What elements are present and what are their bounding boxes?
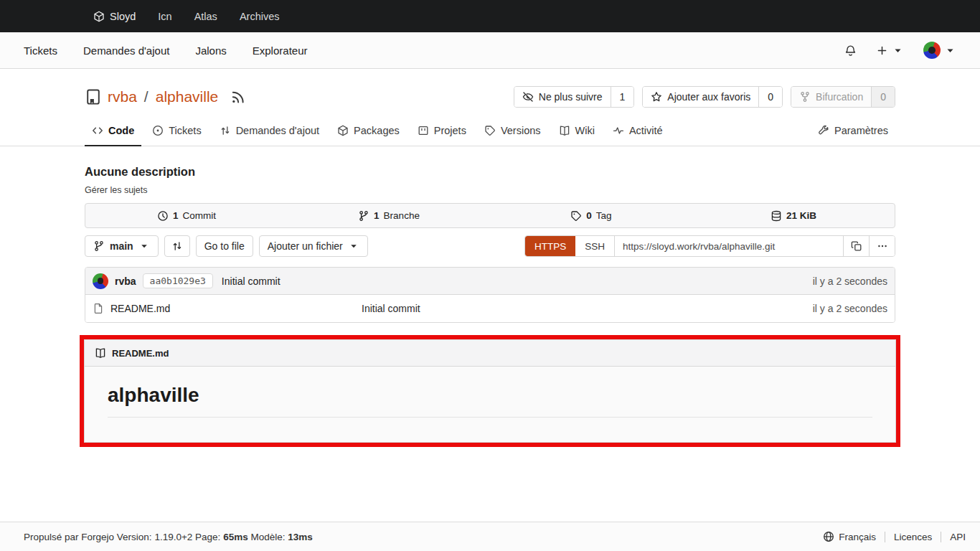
compare-button[interactable] — [164, 235, 190, 257]
watchers-count[interactable]: 1 — [611, 87, 634, 107]
tab-pulls[interactable]: Demandes d'ajout — [212, 118, 326, 146]
meta-nav-item-archives[interactable]: Archives — [240, 11, 280, 22]
clone-url-input[interactable] — [615, 236, 843, 256]
package-logo-icon — [93, 11, 105, 22]
clone-url-bar: HTTPS SSH — [524, 235, 895, 257]
tab-projects[interactable]: Projets — [410, 118, 473, 146]
template-render-time: 13ms — [288, 532, 313, 542]
star-button[interactable]: Ajouter aux favoris — [643, 87, 758, 107]
code-toolbar: main Go to file Ajouter un fichier HTTPS… — [85, 235, 895, 257]
branch-icon — [358, 210, 369, 222]
issue-icon — [152, 125, 164, 136]
chevron-down-icon — [944, 44, 956, 57]
repo-home: Aucune description Gérer les sujets 1Com… — [85, 146, 895, 447]
nav-item-pulls[interactable]: Demandes d'ajout — [83, 44, 169, 57]
unwatch-button[interactable]: Ne plus suivre — [514, 87, 611, 107]
nav-item-explore[interactable]: Explorateur — [253, 44, 308, 57]
fork-icon — [799, 91, 811, 103]
eye-off-icon — [522, 91, 534, 103]
commit-author[interactable]: rvba — [115, 276, 136, 287]
branch-selector-button[interactable]: main — [85, 235, 159, 257]
powered-by-text: Propulsé par Forgejo Version: 1.19.0+2 P… — [24, 532, 313, 542]
top-navbar: Tickets Demandes d'ajout Jalons Explorat… — [0, 32, 980, 69]
file-icon — [93, 303, 104, 314]
copy-icon — [851, 240, 862, 252]
latest-commit-row: rvba aa0b1029e3 Initial commit il y a 2 … — [85, 268, 895, 295]
repo-size-stat[interactable]: 21 KiB — [692, 210, 895, 222]
tab-issues[interactable]: Tickets — [145, 118, 208, 146]
tags-stat[interactable]: 0Tag — [490, 210, 692, 222]
tab-activity[interactable]: Activité — [606, 118, 670, 146]
repo-header: rvba / alphaville Ne plus suivre 1 — [0, 69, 980, 146]
nav-item-milestones[interactable]: Jalons — [195, 44, 226, 57]
more-options-button[interactable] — [869, 236, 895, 256]
repo-owner-link[interactable]: rvba — [108, 88, 137, 105]
tab-releases[interactable]: Versions — [477, 118, 548, 146]
copy-url-button[interactable] — [843, 236, 869, 256]
file-table: rvba aa0b1029e3 Initial commit il y a 2 … — [85, 267, 895, 323]
tab-packages[interactable]: Packages — [330, 118, 407, 146]
repo-name-link[interactable]: alphaville — [156, 88, 219, 105]
repo-tab-bar: Code Tickets Demandes d'ajout Packages — [85, 118, 895, 146]
tag-icon — [484, 125, 496, 136]
repo-actions: Ne plus suivre 1 Ajouter aux favoris 0 — [514, 86, 895, 108]
readme-header: README.md — [85, 340, 895, 367]
readme-heading: alphaville — [108, 384, 872, 418]
notifications-button[interactable] — [844, 44, 857, 57]
tab-settings[interactable]: Paramètres — [811, 118, 895, 146]
clone-https-button[interactable]: HTTPS — [525, 236, 575, 256]
commits-stat[interactable]: 1Commit — [85, 210, 288, 222]
meta-nav-item-atlas[interactable]: Atlas — [194, 11, 217, 22]
commit-author-avatar[interactable] — [93, 273, 108, 289]
code-icon — [92, 125, 103, 136]
file-link[interactable]: README.md — [93, 303, 362, 314]
tab-wiki[interactable]: Wiki — [552, 118, 602, 146]
pulse-icon — [613, 125, 624, 136]
branches-stat[interactable]: 1Branche — [288, 210, 490, 222]
add-file-button[interactable]: Ajouter un fichier — [259, 235, 368, 257]
clone-ssh-button[interactable]: SSH — [575, 236, 615, 256]
file-commit-time: il y a 2 secondes — [813, 303, 887, 314]
star-icon — [651, 91, 662, 103]
meta-nav-item-icn[interactable]: Icn — [158, 11, 171, 22]
project-icon — [418, 125, 429, 136]
repo-separator: / — [144, 88, 149, 105]
repo-title: rvba / alphaville — [85, 88, 247, 105]
table-row: README.md Initial commit il y a 2 second… — [85, 295, 895, 322]
plus-icon — [876, 44, 888, 57]
page-footer: Propulsé par Forgejo Version: 1.19.0+2 P… — [0, 522, 980, 551]
bell-icon — [844, 44, 857, 57]
readme-title: README.md — [112, 348, 169, 359]
file-commit-message[interactable]: Initial commit — [362, 303, 813, 314]
nav-item-issues[interactable]: Tickets — [24, 44, 57, 57]
rss-icon[interactable] — [230, 88, 247, 105]
footer-divider — [941, 532, 941, 542]
ellipsis-icon — [877, 240, 888, 252]
stars-count[interactable]: 0 — [758, 87, 782, 107]
history-icon — [157, 210, 169, 222]
commit-time: il y a 2 secondes — [813, 276, 887, 287]
brand-link[interactable]: Sloyd — [93, 11, 136, 22]
globe-icon — [823, 531, 834, 542]
tab-code[interactable]: Code — [85, 118, 141, 146]
compare-icon — [171, 240, 183, 252]
page-main: rvba / alphaville Ne plus suivre 1 — [0, 69, 980, 447]
commit-sha-badge[interactable]: aa0b1029e3 — [143, 273, 213, 288]
create-new-button[interactable] — [876, 44, 904, 57]
repo-icon — [85, 88, 102, 105]
annotation-highlight: README.md alphaville — [80, 335, 900, 447]
api-link[interactable]: API — [950, 532, 966, 542]
user-avatar — [923, 42, 941, 59]
user-menu-button[interactable] — [923, 42, 956, 59]
chevron-down-icon — [892, 44, 904, 57]
goto-file-button[interactable]: Go to file — [196, 235, 253, 257]
language-selector[interactable]: Français — [823, 531, 876, 542]
manage-topics-link[interactable]: Gérer les sujets — [85, 185, 895, 195]
chevron-down-icon — [138, 240, 150, 252]
forks-count: 0 — [871, 87, 895, 107]
meta-navbar: Sloyd Icn Atlas Archives — [0, 0, 980, 32]
fork-button: Bifurcation — [791, 87, 871, 107]
licenses-link[interactable]: Licences — [894, 532, 932, 542]
readme-panel: README.md alphaville — [84, 339, 896, 443]
commit-message[interactable]: Initial commit — [222, 276, 281, 287]
